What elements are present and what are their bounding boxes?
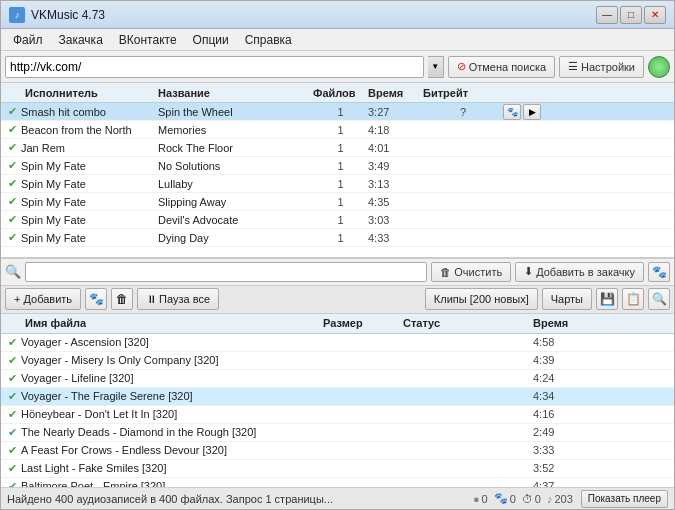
green-status-button[interactable] — [648, 56, 670, 78]
check-icon: ✔ — [3, 480, 21, 488]
search-results-panel: Исполнитель Название Файлов Время Битрей… — [1, 83, 674, 258]
list-item[interactable]: ✔ Last Light - Fake Smiles [320] 3:52 — [1, 460, 674, 478]
header-status: Статус — [403, 317, 533, 329]
qcell-time: 4:39 — [533, 354, 672, 366]
cell-artist: Spin My Fate — [21, 178, 158, 190]
cancel-search-button[interactable]: ⊘ Отмена поиска — [448, 56, 555, 78]
table-row[interactable]: ✔ Spin My Fate Dying Day 1 4:33 — [1, 229, 674, 247]
cell-artist: Spin My Fate — [21, 196, 158, 208]
table-row[interactable]: ✔ Spin My Fate No Solutions 1 3:49 — [1, 157, 674, 175]
qcell-time: 4:34 — [533, 390, 672, 402]
cell-time: 4:33 — [368, 232, 423, 244]
app-icon: ♪ — [9, 7, 25, 23]
cell-time: 4:01 — [368, 142, 423, 154]
list-item[interactable]: ✔ A Feast For Crows - Endless Devour [32… — [1, 442, 674, 460]
check-icon: ✔ — [3, 462, 21, 475]
add-to-queue-button[interactable]: ⬇ Добавить в закачку — [515, 262, 644, 282]
cell-artist: Jan Rem — [21, 142, 158, 154]
menu-vkontakte[interactable]: ВКонтакте — [111, 31, 185, 49]
cell-time: 4:18 — [368, 124, 423, 136]
header-filename: Имя файла — [3, 317, 323, 329]
queue-search-btn[interactable]: 🔍 — [648, 288, 670, 310]
settings-button[interactable]: ☰ Настройки — [559, 56, 644, 78]
qcell-time: 3:33 — [533, 444, 672, 456]
search-filter-input[interactable] — [25, 262, 427, 282]
menu-download[interactable]: Закачка — [51, 31, 111, 49]
pause-all-button[interactable]: ⏸ Пауза все — [137, 288, 219, 310]
cancel-icon: ⊘ — [457, 60, 466, 73]
paw-button[interactable]: 🐾 — [648, 262, 670, 282]
list-item[interactable]: ✔ Baltimore Poet - Empire [320] 4:37 — [1, 478, 674, 488]
clips-button[interactable]: Клипы [200 новых] — [425, 288, 538, 310]
menu-help[interactable]: Справка — [237, 31, 300, 49]
check-icon: ✔ — [3, 141, 21, 154]
table-row[interactable]: ✔ Spin My Fate Lullaby 1 3:13 — [1, 175, 674, 193]
table-row[interactable]: ✔ Spin My Fate Slipping Away 1 4:35 — [1, 193, 674, 211]
show-player-button[interactable]: Показать плеер — [581, 490, 668, 508]
list-item[interactable]: ✔ Voyager - The Fragile Serene [320] 4:3… — [1, 388, 674, 406]
cell-files: 1 — [313, 106, 368, 118]
menu-bar: Файл Закачка ВКонтакте Опции Справка — [1, 29, 674, 51]
cell-title: Rock The Floor — [158, 142, 313, 154]
status-text: Найдено 400 аудиозаписей в 400 файлах. З… — [7, 493, 465, 505]
play-btn[interactable]: 🐾 — [503, 104, 521, 120]
clear-button[interactable]: 🗑 Очистить — [431, 262, 511, 282]
add-button[interactable]: + Добавить — [5, 288, 81, 310]
qcell-name: Baltimore Poet - Empire [320] — [21, 480, 323, 487]
menu-options[interactable]: Опции — [185, 31, 237, 49]
queue-paw-button[interactable]: 🐾 — [85, 288, 107, 310]
pause-icon: ⏸ — [146, 293, 157, 305]
check-icon: ✔ — [3, 372, 21, 385]
cell-bitrate: ? — [423, 106, 503, 118]
list-item[interactable]: ✔ Voyager - Ascension [320] 4:58 — [1, 334, 674, 352]
main-window: ♪ VKMusic 4.73 — □ ✕ Файл Закачка ВКонта… — [0, 0, 675, 510]
url-input[interactable] — [5, 56, 424, 78]
qcell-time: 4:58 — [533, 336, 672, 348]
cell-artist: Beacon from the North — [21, 124, 158, 136]
table-row[interactable]: ✔ Smash hit combo Spin the Wheel 1 3:27 … — [1, 103, 674, 121]
minimize-button[interactable]: — — [596, 6, 618, 24]
cell-artist: Spin My Fate — [21, 232, 158, 244]
header-size: Размер — [323, 317, 403, 329]
cell-artist: Smash hit combo — [21, 106, 158, 118]
check-icon: ✔ — [3, 408, 21, 421]
clock-icon: ⏱ — [522, 493, 533, 505]
list-item[interactable]: ✔ Voyager - Lifeline [320] 4:24 — [1, 370, 674, 388]
cell-artist: Spin My Fate — [21, 160, 158, 172]
plus-icon: + — [14, 293, 20, 305]
table-row[interactable]: ✔ Beacon from the North Memories 1 4:18 — [1, 121, 674, 139]
queue-section: Имя файла Размер Статус Время ✔ Voyager … — [1, 314, 674, 488]
list-item[interactable]: ✔ The Nearly Deads - Diamond in the Roug… — [1, 424, 674, 442]
add-queue-icon: ⬇ — [524, 265, 533, 278]
status-count3: ⏱ 0 — [522, 493, 541, 505]
search-toolbar: ▼ ⊘ Отмена поиска ☰ Настройки — [1, 51, 674, 83]
list-item[interactable]: ✔ Voyager - Misery Is Only Company [320]… — [1, 352, 674, 370]
cell-title: Slipping Away — [158, 196, 313, 208]
circle-icon: ● — [473, 493, 480, 505]
qcell-time: 4:37 — [533, 480, 672, 487]
status-count1: ● 0 — [473, 493, 488, 505]
list-item[interactable]: ✔ Höneybear - Don't Let It In [320] 4:16 — [1, 406, 674, 424]
status-bar: Найдено 400 аудиозаписей в 400 файлах. З… — [1, 487, 674, 509]
close-button[interactable]: ✕ — [644, 6, 666, 24]
queue-action-btn1[interactable]: 💾 — [596, 288, 618, 310]
check-icon: ✔ — [3, 195, 21, 208]
qcell-time: 4:16 — [533, 408, 672, 420]
maximize-button[interactable]: □ — [620, 6, 642, 24]
table-row[interactable]: ✔ Spin My Fate Devil's Advocate 1 3:03 — [1, 211, 674, 229]
header-files: Файлов — [313, 87, 368, 99]
qcell-name: Voyager - Lifeline [320] — [21, 372, 323, 384]
status-count2: 🐾 0 — [494, 492, 516, 505]
qcell-name: Höneybear - Don't Let It In [320] — [21, 408, 323, 420]
menu-file[interactable]: Файл — [5, 31, 51, 49]
cell-title: Memories — [158, 124, 313, 136]
queue-action-btn2[interactable]: 📋 — [622, 288, 644, 310]
queue-trash-button[interactable]: 🗑 — [111, 288, 133, 310]
table-row[interactable]: ✔ Jan Rem Rock The Floor 1 4:01 — [1, 139, 674, 157]
url-dropdown[interactable]: ▼ — [428, 56, 444, 78]
charts-button[interactable]: Чарты — [542, 288, 592, 310]
check-icon: ✔ — [3, 354, 21, 367]
results-header: Исполнитель Название Файлов Время Битрей… — [1, 83, 674, 103]
next-btn[interactable]: ▶ — [523, 104, 541, 120]
cell-files: 1 — [313, 214, 368, 226]
